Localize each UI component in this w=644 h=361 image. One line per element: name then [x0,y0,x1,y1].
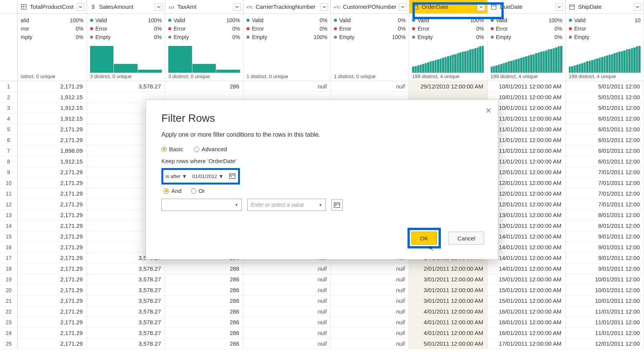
cell[interactable]: null [331,263,409,274]
column-header-orderdate[interactable]: OrderDate [409,0,488,13]
column-header-totalproductcost[interactable]: TotalProductCost [18,0,87,13]
cell[interactable]: 10/01/2011 12:00 [566,285,644,295]
cell[interactable]: 6/01/2011 12:00 [566,135,644,145]
cell[interactable]: 1,912.15 [18,103,87,113]
cell[interactable]: 2,171.29 [18,317,87,327]
cell[interactable]: 2,171.29 [18,274,87,284]
radio-and[interactable]: And [164,188,182,194]
column-filter-dropdown[interactable] [77,3,84,11]
cell[interactable]: 13/01/2011 12:00:00 AM [488,221,566,231]
column-filter-dropdown[interactable] [399,3,407,11]
cell[interactable]: 5/01/2011 12:00 [566,92,644,102]
cell[interactable]: 2,171.29 [18,242,87,252]
cell[interactable]: 2,171.29 [18,81,87,91]
cell[interactable]: 286 [165,317,243,327]
cell[interactable]: 12/01/2011 12:00:00 AM [488,167,566,177]
cell[interactable]: null [331,81,409,91]
cell[interactable]: 5/01/2011 12:00:00 AM [409,338,487,349]
cell[interactable]: 2,171.29 [18,221,87,231]
cell[interactable]: 12/01/2011 12:00:00 AM [488,178,566,188]
table-row[interactable]: 182,171.293,578.27286nullnull2/01/2011 1… [0,263,644,274]
table-row[interactable]: 232,171.293,578.27286nullnull4/01/2011 1… [0,317,644,328]
cell[interactable]: 2,171.29 [18,210,87,220]
datatype-icon[interactable]: AᵇC [333,3,341,11]
cell[interactable]: 6/01/2011 12:00 [566,145,644,156]
table-row[interactable]: 222,171.293,578.27286nullnull4/01/2011 1… [0,306,644,317]
cell[interactable]: null [331,317,409,327]
cell[interactable]: 9/01/2011 12:00 [566,263,644,274]
cell[interactable]: 2,171.29 [18,178,87,188]
cell[interactable]: 3/01/2011 12:00:00 AM [409,285,487,295]
cell[interactable]: 9/01/2011 12:00 [566,253,644,263]
cell[interactable]: 11/01/2011 12:00:00 AM [488,124,566,134]
cancel-button[interactable]: Cancel [449,232,484,245]
column-filter-dropdown[interactable] [477,3,485,11]
value-input-1[interactable]: 01/01/2012 ▼ [192,173,224,179]
cell[interactable]: 14/01/2011 12:00:00 AM [488,242,566,252]
cell[interactable]: 6/01/2011 12:00 [566,124,644,134]
cell[interactable]: 3,578.27 [87,81,165,91]
cell[interactable]: 286 [165,296,243,306]
cell[interactable]: 2,171.29 [18,253,87,263]
cell[interactable]: null [243,328,331,338]
cell[interactable]: 9/01/2011 12:00 [566,231,644,242]
table-row[interactable]: 212,171.293,578.27286nullnull3/01/2011 1… [0,296,644,306]
cell[interactable]: 15/01/2011 12:00:00 AM [488,285,566,295]
cell[interactable]: 8/01/2011 12:00 [566,210,644,220]
cell[interactable]: 11/01/2011 12:00 [566,328,644,338]
cell[interactable]: null [331,296,409,306]
datatype-icon[interactable] [490,3,498,11]
cell[interactable]: 16/01/2011 12:00:00 AM [488,317,566,327]
column-filter-dropdown[interactable] [155,3,163,11]
cell[interactable]: 11/01/2011 12:00 [566,306,644,317]
cell[interactable]: 4/01/2011 12:00:00 AM [409,306,487,317]
cell[interactable]: 10/01/2011 12:00:00 AM [488,92,566,102]
cell[interactable]: null [243,81,331,91]
cell[interactable]: 12/01/2011 12:00:00 AM [488,188,566,199]
cell[interactable]: 3/01/2011 12:00:00 AM [409,296,487,306]
cell[interactable]: 2,171.29 [18,306,87,317]
cell[interactable]: 4/01/2011 12:00:00 AM [409,317,487,327]
cell[interactable]: 10/01/2011 12:00 [566,296,644,306]
cell[interactable]: 2,171.29 [18,338,87,349]
cell[interactable]: 286 [165,285,243,295]
cell[interactable]: 11/01/2011 12:00 [566,317,644,327]
cell[interactable]: 2,171.29 [18,231,87,242]
value-input-2[interactable]: Enter or select a value ▼ [247,199,326,211]
cell[interactable]: null [331,338,409,349]
cell[interactable]: 2,171.29 [18,285,87,295]
radio-advanced[interactable]: Advanced [194,146,227,152]
cell[interactable]: 2,171.29 [18,124,87,134]
column-header-shipdate[interactable]: ShipDate [566,0,644,13]
cell[interactable]: 14/01/2011 12:00:00 AM [488,231,566,242]
cell[interactable]: 3,578.27 [87,296,165,306]
cell[interactable]: 3,578.27 [87,263,165,274]
operator-dropdown-1[interactable]: is after ▼ [166,173,187,179]
table-row[interactable]: 202,171.293,578.27286nullnull3/01/2011 1… [0,285,644,296]
cell[interactable]: null [243,306,331,317]
cell[interactable]: 8/01/2011 12:00 [566,221,644,231]
cell[interactable]: 11/01/2011 12:00:00 AM [488,156,566,167]
date-picker-button-1[interactable] [229,172,236,180]
cell[interactable]: null [243,338,331,349]
cell[interactable]: 13/01/2011 12:00:00 AM [488,210,566,220]
cell[interactable]: 1,912.15 [18,156,87,167]
cell[interactable]: 3,578.27 [87,317,165,327]
cell[interactable]: null [331,306,409,317]
cell[interactable]: 286 [165,81,243,91]
datatype-icon[interactable] [412,3,419,11]
cell[interactable]: 286 [165,338,243,349]
cell[interactable]: 2,171.29 [18,135,87,145]
cell[interactable]: null [243,263,331,274]
table-row[interactable]: 12,171.293,578.27286nullnull29/12/2010 1… [0,81,644,92]
cell[interactable]: 11/01/2011 12:00:00 AM [488,113,566,124]
cell[interactable]: null [331,274,409,284]
cell[interactable]: 7/01/2011 12:00 [566,178,644,188]
cell[interactable]: 14/01/2011 12:00:00 AM [488,253,566,263]
column-header-carriertrackingnumber[interactable]: AᵇCCarrierTrackingNumber [243,0,331,13]
column-header-customerponumber[interactable]: AᵇCCustomerPONumber [331,0,409,13]
date-picker-button-2[interactable] [331,199,343,211]
cell[interactable]: 3/01/2011 12:00:00 AM [409,274,487,284]
cell[interactable]: 12/01/2011 12:00:00 AM [488,199,566,209]
datatype-icon[interactable]: 1₂3 [168,3,175,11]
